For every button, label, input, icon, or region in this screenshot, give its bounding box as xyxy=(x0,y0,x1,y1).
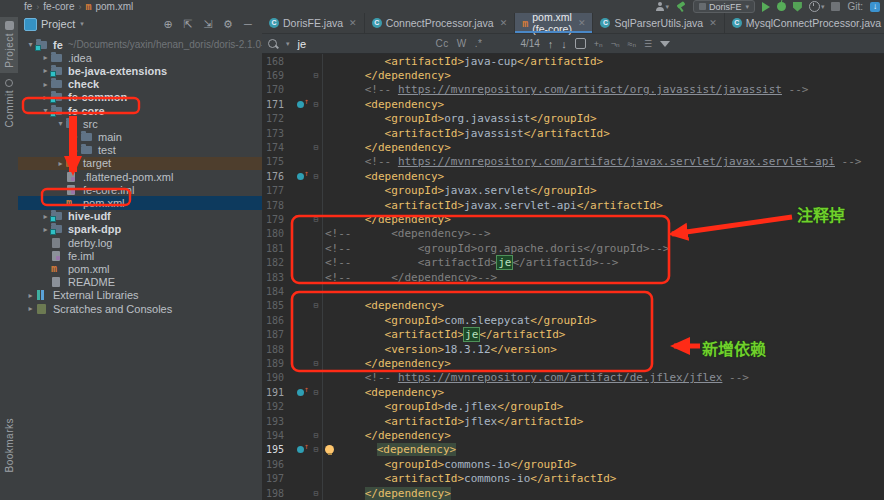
code-line-177[interactable]: 177 <groupId>javax.servlet</groupId> xyxy=(262,184,884,198)
code-line-198[interactable]: 198⊟ </dependency> xyxy=(262,486,884,500)
find-in-selection-icon[interactable] xyxy=(575,38,586,49)
fold-marker-icon[interactable]: ⊟ xyxy=(310,431,322,440)
close-icon[interactable]: ✕ xyxy=(349,18,357,28)
fold-marker-icon[interactable]: ⊟ xyxy=(310,215,322,224)
chevron-right-icon[interactable]: ▸ xyxy=(26,291,35,300)
tree-item-check[interactable]: ▸check xyxy=(18,78,263,91)
tree-item-be-java-extensions[interactable]: ▸be-java-extensions xyxy=(18,64,263,77)
tree-item-spark-dpp[interactable]: ▸spark-dpp xyxy=(18,223,263,236)
editor-tab[interactable]: mpom.xml (fe-core)✕ xyxy=(515,13,593,33)
close-icon[interactable]: ✕ xyxy=(500,18,508,28)
tree-item-test[interactable]: ▸test xyxy=(18,144,263,157)
tree-item-pom-xml[interactable]: mpom.xml xyxy=(18,196,263,209)
breadcrumb-fe[interactable]: fe xyxy=(24,1,32,12)
code-line-189[interactable]: 189⊟ </dependency> xyxy=(262,356,884,370)
tree-item-readme[interactable]: README xyxy=(18,276,263,289)
code-line-180[interactable]: 180<!-- <dependency>--> xyxy=(262,227,884,241)
tree-item-scratches-and-consoles[interactable]: ▸Scratches and Consoles xyxy=(18,302,263,315)
search-history-chevron-icon[interactable]: ▾ xyxy=(286,40,290,48)
code-line-172[interactable]: 172 <groupId>org.javassist</groupId> xyxy=(262,112,884,126)
tree-item-fe-core[interactable]: ▾fe-core xyxy=(18,104,263,117)
tree-item-external-libraries[interactable]: ▸External Libraries xyxy=(18,289,263,302)
tree-item--flattened-pom-xml[interactable]: .flattened-pom.xml xyxy=(18,170,263,183)
select-all-occurrences-icon[interactable]: ≈ₙ xyxy=(628,39,637,49)
tree-item-fe[interactable]: ▾fe~/Documents/yaxin/henan_doris/doris-2… xyxy=(18,38,263,51)
locate-icon[interactable]: ⊕ xyxy=(160,18,176,31)
profiler-button[interactable]: ▾ xyxy=(809,1,825,13)
fold-marker-icon[interactable]: ⊟ xyxy=(310,143,322,152)
chevron-down-icon[interactable]: ▾ xyxy=(80,20,84,28)
code-line-193[interactable]: 193 <artifactId>jflex</artifactId> xyxy=(262,414,884,428)
run-button[interactable] xyxy=(762,1,770,13)
chevron-right-icon[interactable]: ▸ xyxy=(41,66,50,75)
tree-item-derby-log[interactable]: derby.log xyxy=(18,236,263,249)
code-line-187[interactable]: 187 <artifactId>je</artifactId> xyxy=(262,328,884,342)
code-line-191[interactable]: 191⊟ <dependency> xyxy=(262,385,884,399)
remove-occurrence-icon[interactable]: ¬ₙ xyxy=(611,39,620,49)
fold-marker-icon[interactable]: ⊟ xyxy=(310,445,322,454)
project-panel-title[interactable]: Project xyxy=(41,18,75,30)
prev-match-icon[interactable]: ↑ xyxy=(548,38,554,50)
chevron-right-icon[interactable]: ▸ xyxy=(41,225,50,234)
dependency-gutter-icon[interactable] xyxy=(296,387,310,398)
chevron-right-icon[interactable]: ▸ xyxy=(71,146,80,155)
intention-bulb-icon[interactable] xyxy=(325,445,334,454)
chevron-right-icon[interactable]: ▸ xyxy=(41,93,50,102)
dependency-gutter-icon[interactable] xyxy=(296,99,310,110)
tree-item-pom-xml[interactable]: mpom.xml xyxy=(18,262,263,275)
code-line-181[interactable]: 181<!-- <groupId>org.apache.doris</group… xyxy=(262,241,884,255)
chevron-right-icon[interactable]: ▸ xyxy=(71,132,80,141)
filter-icon[interactable] xyxy=(660,41,670,47)
tree-item-fe-common[interactable]: ▸fe-common xyxy=(18,91,263,104)
fold-marker-icon[interactable]: ⊟ xyxy=(310,100,322,109)
build-button[interactable] xyxy=(676,1,686,13)
tool-strip-project[interactable]: Project xyxy=(0,17,18,73)
next-match-icon[interactable]: ↓ xyxy=(561,38,567,50)
code-line-197[interactable]: 197 <artifactId>commons-io</artifactId> xyxy=(262,472,884,486)
debug-button[interactable] xyxy=(777,1,786,13)
collapse-icon[interactable]: ⇲ xyxy=(200,18,216,31)
tree-item-target[interactable]: ▸target xyxy=(18,157,263,170)
fold-marker-icon[interactable]: ⊟ xyxy=(310,301,322,310)
add-occurrence-icon[interactable]: +ₙ xyxy=(594,39,603,49)
code-line-173[interactable]: 173 <artifactId>javassist</artifactId> xyxy=(262,126,884,140)
code-line-175[interactable]: 175 <!-- https://mvnrepository.com/artif… xyxy=(262,155,884,169)
tool-strip-commit[interactable]: Commit xyxy=(0,75,18,131)
editor-tab[interactable]: CDorisFE.java✕ xyxy=(262,13,365,33)
search-icon[interactable] xyxy=(268,39,277,48)
editor-tab[interactable]: CConnectProcessor.java✕ xyxy=(365,13,516,33)
chevron-right-icon[interactable]: ▸ xyxy=(26,304,35,313)
fold-marker-icon[interactable]: ⊟ xyxy=(310,388,322,397)
code-line-174[interactable]: 174⊟ </dependency> xyxy=(262,140,884,154)
chevron-right-icon[interactable]: ▸ xyxy=(41,80,50,89)
editor-tab[interactable]: CSqlParserUtils.java✕ xyxy=(593,13,724,33)
tree-item-src[interactable]: ▾src xyxy=(18,117,263,130)
chevron-down-icon[interactable]: ▾ xyxy=(56,119,65,128)
fold-marker-icon[interactable]: ⊟ xyxy=(310,359,322,368)
dependency-gutter-icon[interactable] xyxy=(296,171,310,182)
code-line-182[interactable]: 182<!-- <artifactId>je</artifactId>--> xyxy=(262,256,884,270)
tree-item-fe-core-iml[interactable]: fe-core.iml xyxy=(18,183,263,196)
coverage-button[interactable] xyxy=(793,1,802,13)
search-input[interactable]: je xyxy=(298,38,428,50)
dependency-gutter-icon[interactable] xyxy=(296,444,310,455)
git-update-icon[interactable]: ↓ xyxy=(870,2,880,12)
breadcrumb-pom[interactable]: pom.xml xyxy=(96,1,134,12)
tree-item-main[interactable]: ▸main xyxy=(18,130,263,143)
code-line-192[interactable]: 192 <groupId>de.jflex</groupId> xyxy=(262,400,884,414)
fold-marker-icon[interactable]: ⊟ xyxy=(310,172,322,181)
code-line-170[interactable]: 170 <!-- https://mvnrepository.com/artif… xyxy=(262,83,884,97)
code-view[interactable]: 168 <artifactId>java-cup</artifactId>169… xyxy=(262,54,884,500)
code-line-168[interactable]: 168 <artifactId>java-cup</artifactId> xyxy=(262,54,884,68)
gear-icon[interactable]: ⚙ xyxy=(220,18,236,31)
code-line-185[interactable]: 185⊟ <dependency> xyxy=(262,299,884,313)
tool-strip-bookmarks[interactable]: Bookmarks xyxy=(0,418,18,482)
expand-icon[interactable]: ⇱ xyxy=(180,18,196,31)
code-line-179[interactable]: 179⊟ </dependency> xyxy=(262,212,884,226)
tree-item-hive-udf[interactable]: ▸hive-udf xyxy=(18,210,263,223)
code-line-186[interactable]: 186 <groupId>com.sleepycat</groupId> xyxy=(262,313,884,327)
code-line-176[interactable]: 176⊟ <dependency> xyxy=(262,169,884,183)
fold-marker-icon[interactable]: ⊟ xyxy=(310,489,322,498)
close-icon[interactable]: ✕ xyxy=(709,18,717,28)
stop-button[interactable] xyxy=(831,1,840,13)
